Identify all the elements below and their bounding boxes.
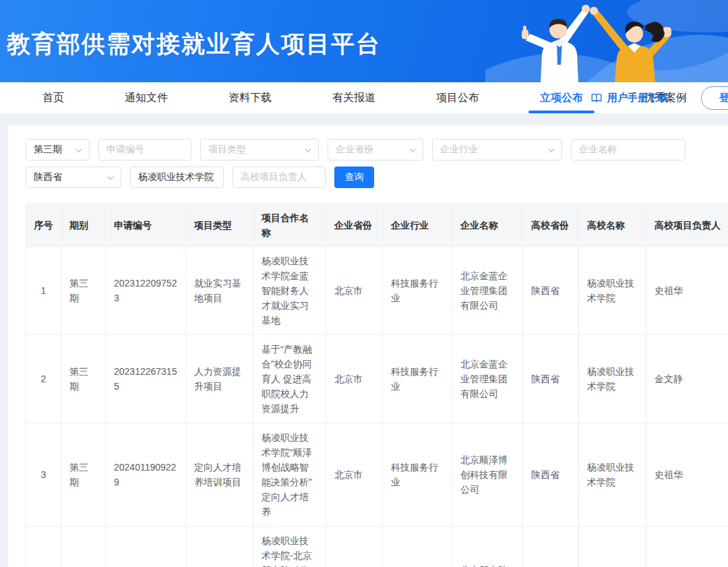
cell-project-name: 杨凌职业技术学院-北京新大陆时代科技有限公司物联网及人工智能方向人才培养 — [253, 527, 326, 567]
cell-school-province: 陕西省 — [523, 527, 579, 567]
cell-company-industry: 科技服务行业 — [383, 423, 452, 527]
table-row: 3 第三期 2024011909229 定向人才培养培训项目 杨凌职业技术学院“… — [26, 423, 728, 527]
col-header-project-type: 项目类型 — [186, 204, 253, 247]
school-province-value: 陕西省 — [34, 171, 62, 183]
project-type-select[interactable]: 项目类型 — [200, 139, 319, 160]
cell-school-province: 陕西省 — [523, 423, 579, 527]
cell-project-type: 就业实习基地项目 — [186, 247, 253, 335]
table-row: 1 第三期 2023122097523 就业实习基地项目 杨凌职业技术学院金蓝智… — [26, 247, 728, 335]
user-manual-download-link[interactable]: 用户手册下载 — [590, 92, 668, 105]
company-province-select[interactable]: 企业省份 — [328, 139, 423, 160]
cell-project-name: 杨凌职业技术学院金蓝智能财务人才就业实习基地 — [253, 247, 326, 335]
col-header-application-no: 申请编号 — [106, 204, 186, 247]
cell-application-no: 2023122673155 — [106, 335, 186, 423]
nav-item-approval-announce[interactable]: 立项公布 — [523, 82, 600, 113]
cell-company-industry: 科技服务行业 — [383, 527, 452, 567]
cell-company-province: 福建省 — [326, 527, 383, 567]
cell-period: 第三期 — [61, 247, 106, 335]
col-header-project-name: 项目合作名称 — [253, 204, 326, 247]
cell-period: 第三期 — [61, 423, 106, 527]
col-header-school-leader: 高校项目负责人 — [646, 204, 728, 247]
application-number-input[interactable]: 申请编号 — [98, 139, 191, 160]
cell-school-leader: 胡启迪 — [646, 527, 728, 567]
company-province-placeholder: 企业省份 — [336, 144, 373, 156]
period-select[interactable]: 第三期 — [26, 139, 90, 160]
cell-application-no: 2023122905190 — [106, 527, 186, 567]
content-card: 第三期 申请编号 项目类型 企业省份 企业行业 企业名称 陕西省 杨凌职业技术学… — [8, 125, 728, 567]
cell-index: 3 — [26, 423, 61, 527]
col-header-company-industry: 企业行业 — [383, 204, 452, 247]
main-nav: 首页 通知文件 资料下载 有关报道 项目公布 立项公布 优秀案例 用户手册下载 … — [0, 82, 728, 113]
nav-divider — [683, 90, 684, 105]
cell-school-name: 杨凌职业技术学院 — [579, 247, 646, 335]
manual-link-label: 用户手册下载 — [607, 92, 668, 105]
cell-company-name: 北京顺泽博创科技有限公司 — [452, 423, 523, 527]
highfive-illustration — [485, 0, 728, 82]
cell-project-type: 定向人才培养培训项目 — [186, 423, 253, 527]
filter-row-2: 陕西省 杨凌职业技术学院 高校项目负责人 查询 — [26, 167, 728, 188]
nav-right: 用户手册下载 登录 — [590, 82, 728, 113]
cell-school-province: 陕西省 — [523, 335, 579, 423]
cell-company-province: 北京市 — [326, 247, 383, 335]
cell-period: 第三期 — [61, 527, 106, 567]
cell-project-name: 杨凌职业技术学院“顺泽博创战略智能决策分析”定向人才培养 — [253, 423, 326, 527]
results-table-wrap: 序号 期别 申请编号 项目类型 项目合作名称 企业省份 企业行业 企业名称 高校… — [26, 204, 728, 567]
school-leader-placeholder: 高校项目负责人 — [241, 171, 307, 183]
school-name-value: 杨凌职业技术学院 — [138, 171, 214, 183]
cell-application-no: 2023122097523 — [106, 247, 186, 335]
nav-item-home[interactable]: 首页 — [26, 82, 81, 113]
book-icon — [590, 92, 603, 103]
cell-school-leader: 史祖华 — [646, 423, 728, 527]
cell-school-leader: 史祖华 — [646, 247, 728, 335]
period-select-value: 第三期 — [34, 144, 62, 156]
cell-school-leader: 金文静 — [646, 335, 728, 423]
col-header-period: 期别 — [61, 204, 106, 247]
table-row: 2 第三期 2023122673155 人力资源提升项目 基于“产教融合”校企协… — [26, 335, 728, 423]
nav-item-reports[interactable]: 有关报道 — [315, 82, 392, 113]
col-header-company-name: 企业名称 — [452, 204, 523, 247]
nav-item-notices[interactable]: 通知文件 — [108, 82, 185, 113]
page-title: 教育部供需对接就业育人项目平台 — [7, 28, 381, 60]
school-name-input[interactable]: 杨凌职业技术学院 — [130, 167, 224, 188]
col-header-company-province: 企业省份 — [326, 204, 383, 247]
col-header-school-province: 高校省份 — [523, 204, 579, 247]
login-button[interactable]: 登录 — [701, 86, 728, 110]
chevron-down-icon — [107, 176, 114, 180]
cell-school-name: 杨凌职业技术学院 — [579, 527, 646, 567]
cell-school-name: 杨凌职业技术学院 — [579, 423, 646, 527]
cell-school-name: 杨凌职业技术学院 — [579, 335, 646, 423]
cell-project-name: 基于“产教融合”校企协同育人 促进高职院校人力资源提升 — [253, 335, 326, 423]
cell-index: 4 — [26, 527, 61, 567]
chevron-down-icon — [305, 148, 311, 152]
cell-period: 第三期 — [61, 335, 106, 423]
chevron-down-icon — [409, 148, 416, 152]
school-leader-input[interactable]: 高校项目负责人 — [233, 167, 326, 188]
table-row: 4 第三期 2023122905190 定向人才培养培训项目 杨凌职业技术学院-… — [26, 527, 728, 567]
col-header-index: 序号 — [26, 204, 61, 247]
project-type-placeholder: 项目类型 — [208, 144, 246, 156]
filter-row-1: 第三期 申请编号 项目类型 企业省份 企业行业 企业名称 — [26, 139, 728, 160]
cell-company-industry: 科技服务行业 — [383, 335, 452, 423]
results-table: 序号 期别 申请编号 项目类型 项目合作名称 企业省份 企业行业 企业名称 高校… — [26, 204, 728, 567]
cell-company-name: 北京金蓝企业管理集团有限公司 — [452, 335, 523, 423]
table-header-row: 序号 期别 申请编号 项目类型 项目合作名称 企业省份 企业行业 企业名称 高校… — [26, 204, 728, 247]
company-industry-select[interactable]: 企业行业 — [432, 139, 562, 160]
cell-index: 1 — [26, 247, 61, 335]
banner: 教育部供需对接就业育人项目平台 — [0, 0, 728, 82]
cell-company-province: 北京市 — [326, 423, 383, 527]
company-industry-placeholder: 企业行业 — [440, 144, 478, 156]
cell-application-no: 2024011909229 — [106, 423, 186, 527]
cell-school-province: 陕西省 — [523, 247, 579, 335]
school-province-select[interactable]: 陕西省 — [26, 167, 121, 188]
nav-item-project-announce[interactable]: 项目公布 — [419, 82, 496, 113]
cell-company-industry: 科技服务行业 — [383, 247, 452, 335]
col-header-school-name: 高校名称 — [579, 204, 646, 247]
cell-company-name: 北京新大陆时代科技有限公司 — [452, 527, 523, 567]
cell-index: 2 — [26, 335, 61, 423]
cell-project-type: 定向人才培养培训项目 — [186, 527, 253, 567]
nav-item-downloads[interactable]: 资料下载 — [212, 82, 289, 113]
chevron-down-icon — [548, 148, 555, 152]
company-name-placeholder: 企业名称 — [579, 144, 617, 156]
search-button[interactable]: 查询 — [334, 167, 374, 188]
company-name-input[interactable]: 企业名称 — [571, 139, 686, 160]
